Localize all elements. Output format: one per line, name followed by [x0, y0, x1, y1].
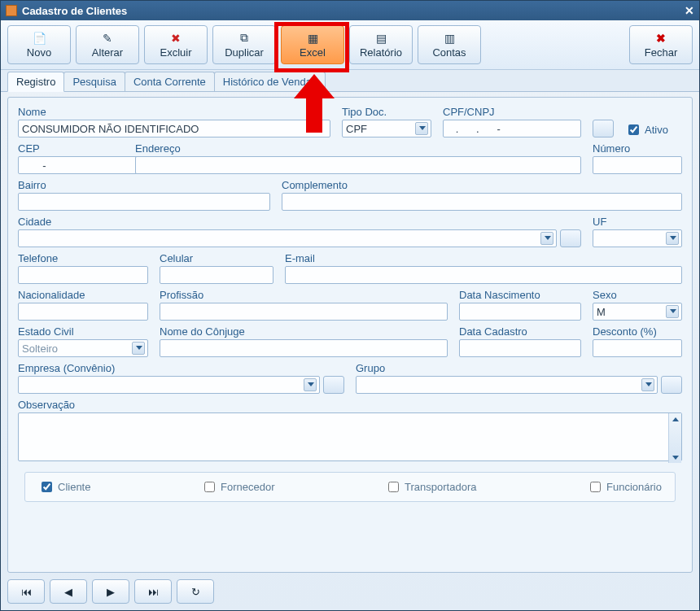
checkbox-ativo-input[interactable]: [628, 124, 639, 135]
fechar-button[interactable]: ✖ Fechar: [629, 25, 693, 64]
excluir-button[interactable]: ✖ Excluir: [144, 25, 208, 64]
excel-label: Excel: [300, 46, 326, 59]
label-cidade: Cidade: [18, 216, 581, 228]
label-desconto: Desconto (%): [593, 325, 682, 338]
report-icon: ▤: [374, 32, 387, 45]
input-numero[interactable]: [593, 156, 682, 174]
label-tipo-doc: Tipo Doc.: [342, 106, 431, 118]
input-data-cadastro[interactable]: [459, 339, 581, 357]
label-email: E-mail: [285, 252, 682, 264]
tabbar: Registro Pesquisa Conta Corrente Históri…: [1, 70, 699, 92]
lookup-doc-button[interactable]: [593, 120, 614, 137]
copy-icon: ⧉: [238, 32, 251, 45]
checkbox-funcionario[interactable]: Funcionário: [587, 479, 662, 495]
novo-button[interactable]: 📄 Novo: [7, 25, 71, 64]
label-cpf-cnpj: CPF/CNPJ: [443, 106, 581, 118]
window-close-button[interactable]: ✕: [685, 4, 694, 17]
alterar-label: Alterar: [92, 46, 123, 59]
relatorio-label: Relatório: [360, 46, 402, 59]
checkbox-funcionario-input[interactable]: [590, 482, 601, 492]
window-title: Cadastro de Clientes: [22, 5, 127, 17]
next-record-button[interactable]: ▶: [92, 579, 129, 604]
checkbox-ativo[interactable]: Ativo: [625, 122, 682, 137]
label-sexo: Sexo: [593, 289, 682, 301]
label-endereco: Endereço: [135, 142, 581, 155]
input-cpf-cnpj[interactable]: [443, 120, 581, 137]
textarea-observacao[interactable]: [18, 412, 682, 461]
prev-record-button[interactable]: ◀: [50, 579, 87, 604]
select-tipo-doc[interactable]: [342, 120, 431, 137]
label-uf: UF: [593, 216, 682, 228]
label-transportadora: Transportadora: [405, 481, 476, 493]
label-observacao: Observação: [18, 399, 682, 411]
select-sexo[interactable]: [593, 303, 682, 321]
input-celular[interactable]: [160, 266, 273, 284]
contas-button[interactable]: ▥ Contas: [418, 25, 481, 64]
duplicar-button[interactable]: ⧉ Duplicar: [212, 25, 276, 64]
label-nome: Nome: [18, 106, 330, 118]
alterar-button[interactable]: ✎ Alterar: [76, 25, 139, 64]
excel-icon: ▦: [306, 32, 319, 45]
record-navbar: ⏮ ◀ ▶ ⏭ ↻: [7, 579, 693, 604]
duplicar-label: Duplicar: [225, 46, 264, 59]
select-grupo[interactable]: [356, 376, 658, 394]
lookup-grupo-button[interactable]: [661, 376, 682, 394]
excel-button[interactable]: ▦ Excel: [281, 25, 344, 64]
app-icon: [6, 5, 17, 16]
scroll-down-icon[interactable]: [669, 452, 681, 463]
checkbox-cliente[interactable]: Cliente: [38, 479, 90, 495]
label-telefone: Telefone: [18, 252, 148, 264]
refresh-button[interactable]: ↻: [177, 579, 214, 604]
select-uf[interactable]: [593, 229, 682, 247]
input-email[interactable]: [285, 266, 682, 284]
label-profissao: Profissão: [160, 289, 448, 301]
first-record-button[interactable]: ⏮: [7, 579, 45, 604]
label-empresa: Empresa (Convênio): [18, 362, 344, 374]
input-nacionalidade[interactable]: [18, 303, 148, 321]
document-new-icon: 📄: [33, 32, 46, 45]
input-data-nascimento[interactable]: [459, 303, 581, 321]
label-complemento: Complemento: [282, 179, 682, 191]
label-cep: CEP: [18, 142, 124, 155]
last-record-button[interactable]: ⏭: [134, 579, 172, 604]
checkbox-fornecedor-input[interactable]: [204, 482, 215, 492]
tab-pesquisa[interactable]: Pesquisa: [63, 72, 125, 91]
label-nacionalidade: Nacionalidade: [18, 289, 148, 301]
input-nome-conjuge[interactable]: [160, 339, 448, 357]
close-x-icon: ✖: [654, 32, 667, 45]
label-numero: Número: [593, 142, 682, 155]
label-bairro: Bairro: [18, 179, 270, 191]
novo-label: Novo: [27, 46, 51, 59]
tab-conta-corrente[interactable]: Conta Corrente: [125, 72, 215, 91]
lookup-cidade-button[interactable]: [560, 229, 581, 247]
toolbar: 📄 Novo ✎ Alterar ✖ Excluir ⧉ Duplicar ▦ …: [1, 20, 699, 70]
label-ativo: Ativo: [645, 124, 668, 136]
input-bairro[interactable]: [18, 193, 270, 211]
checkbox-transportadora-input[interactable]: [388, 482, 399, 492]
checkbox-fornecedor[interactable]: Fornecedor: [201, 479, 274, 495]
label-nome-conjuge: Nome do Cônjuge: [160, 325, 448, 338]
label-estado-civil: Estado Civil: [18, 325, 148, 338]
input-complemento[interactable]: [282, 193, 682, 211]
scroll-up-icon[interactable]: [669, 413, 681, 425]
relatorio-button[interactable]: ▤ Relatório: [349, 25, 413, 64]
input-desconto[interactable]: [593, 339, 682, 357]
checkbox-transportadora[interactable]: Transportadora: [385, 479, 476, 495]
select-estado-civil[interactable]: [18, 339, 148, 357]
titlebar: Cadastro de Clientes ✕: [1, 1, 699, 20]
observacao-scrollbar[interactable]: [668, 413, 681, 463]
input-telefone[interactable]: [18, 266, 148, 284]
select-empresa[interactable]: [18, 376, 320, 394]
lookup-empresa-button[interactable]: [323, 376, 344, 394]
accounts-icon: ▥: [443, 32, 456, 45]
input-profissao[interactable]: [160, 303, 448, 321]
label-celular: Celular: [160, 252, 273, 264]
input-nome[interactable]: [18, 120, 330, 137]
select-cidade[interactable]: [18, 229, 557, 247]
contas-label: Contas: [432, 46, 466, 59]
input-endereco[interactable]: [135, 156, 581, 174]
label-data-cadastro: Data Cadastro: [459, 325, 581, 338]
tab-registro[interactable]: Registro: [7, 72, 64, 92]
tab-historico-vendas[interactable]: Histórico de Vendas: [214, 72, 326, 91]
checkbox-cliente-input[interactable]: [42, 482, 52, 492]
